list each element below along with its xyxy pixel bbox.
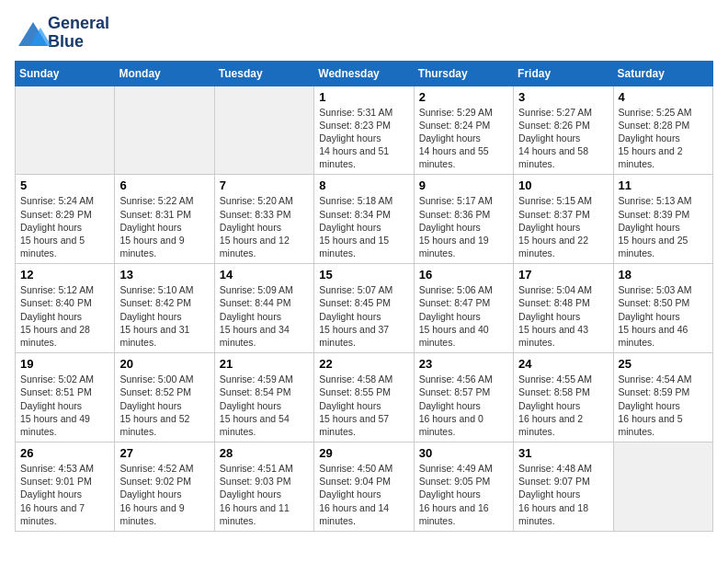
weekday-header: Monday	[115, 61, 214, 86]
daylight-label: Daylight hours	[119, 311, 181, 322]
sunrise-label: Sunrise: 5:04 AM	[518, 284, 592, 295]
sunrise-label: Sunrise: 5:00 AM	[119, 373, 193, 385]
sunrise-label: Sunrise: 5:27 AM	[518, 107, 592, 118]
weekday-header: Thursday	[414, 61, 513, 86]
day-number: 27	[119, 446, 209, 460]
daylight-label: Daylight hours	[419, 132, 481, 144]
daylight-label: Daylight hours	[619, 400, 680, 411]
day-info: Sunrise: 5:06 AM Sunset: 8:47 PM Dayligh…	[419, 283, 508, 349]
calendar-cell: 28 Sunrise: 4:51 AM Sunset: 9:03 PM Dayl…	[214, 442, 313, 532]
day-info: Sunrise: 5:04 AM Sunset: 8:48 PM Dayligh…	[518, 283, 608, 349]
daylight-label: Daylight hours	[20, 488, 82, 500]
day-info: Sunrise: 5:22 AM Sunset: 8:31 PM Dayligh…	[119, 194, 209, 259]
sunrise-label: Sunrise: 5:03 AM	[619, 284, 692, 295]
daylight-label: Daylight hours	[220, 311, 281, 322]
day-number: 17	[518, 268, 608, 282]
daylight-value: 16 hours and 18 minutes.	[518, 502, 588, 526]
daylight-value: 15 hours and 46 minutes.	[619, 324, 688, 348]
day-info: Sunrise: 5:31 AM Sunset: 8:23 PM Dayligh…	[319, 106, 408, 171]
sunrise-label: Sunrise: 5:18 AM	[319, 195, 392, 206]
day-number: 28	[220, 446, 309, 460]
calendar-cell: 9 Sunrise: 5:17 AM Sunset: 8:36 PM Dayli…	[414, 175, 513, 264]
daylight-value: 15 hours and 15 minutes.	[319, 235, 389, 259]
sunset-label: Sunset: 8:50 PM	[619, 297, 690, 308]
sunset-label: Sunset: 8:45 PM	[319, 297, 391, 308]
sunrise-label: Sunrise: 4:48 AM	[518, 463, 592, 474]
calendar-cell: 8 Sunrise: 5:18 AM Sunset: 8:34 PM Dayli…	[314, 175, 414, 264]
calendar-week-row: 5 Sunrise: 5:24 AM Sunset: 8:29 PM Dayli…	[16, 175, 713, 264]
logo: General Blue	[15, 15, 109, 52]
day-info: Sunrise: 5:03 AM Sunset: 8:50 PM Dayligh…	[619, 283, 708, 349]
day-info: Sunrise: 4:49 AM Sunset: 9:05 PM Dayligh…	[419, 462, 508, 527]
sunrise-label: Sunrise: 5:24 AM	[20, 195, 94, 206]
daylight-label: Daylight hours	[518, 311, 580, 322]
day-info: Sunrise: 4:59 AM Sunset: 8:54 PM Dayligh…	[220, 373, 309, 438]
daylight-label: Daylight hours	[220, 488, 281, 500]
daylight-label: Daylight hours	[619, 311, 680, 322]
sunrise-label: Sunrise: 4:59 AM	[220, 373, 293, 385]
sunrise-label: Sunrise: 4:58 AM	[319, 373, 392, 385]
sunset-label: Sunset: 8:24 PM	[419, 120, 491, 131]
daylight-value: 15 hours and 2 minutes.	[619, 145, 683, 169]
calendar-cell: 18 Sunrise: 5:03 AM Sunset: 8:50 PM Dayl…	[613, 264, 712, 353]
daylight-label: Daylight hours	[419, 488, 481, 500]
day-info: Sunrise: 4:56 AM Sunset: 8:57 PM Dayligh…	[419, 373, 508, 438]
day-number: 6	[119, 178, 209, 192]
sunset-label: Sunset: 8:37 PM	[518, 209, 590, 220]
day-number: 12	[20, 268, 109, 282]
calendar-cell: 20 Sunrise: 5:00 AM Sunset: 8:52 PM Dayl…	[115, 353, 214, 442]
day-info: Sunrise: 4:54 AM Sunset: 8:59 PM Dayligh…	[619, 373, 708, 438]
sunset-label: Sunset: 8:54 PM	[220, 386, 291, 397]
daylight-label: Daylight hours	[319, 132, 381, 144]
sunrise-label: Sunrise: 4:49 AM	[419, 463, 493, 474]
calendar-cell: 1 Sunrise: 5:31 AM Sunset: 8:23 PM Dayli…	[314, 86, 414, 175]
weekday-header: Friday	[514, 61, 613, 86]
day-number: 18	[619, 268, 708, 282]
day-number: 29	[319, 446, 408, 460]
day-info: Sunrise: 5:25 AM Sunset: 8:28 PM Dayligh…	[619, 106, 708, 171]
sunset-label: Sunset: 9:04 PM	[319, 476, 391, 487]
page-header: General Blue	[15, 15, 713, 52]
sunrise-label: Sunrise: 5:22 AM	[119, 195, 193, 206]
day-info: Sunrise: 4:58 AM Sunset: 8:55 PM Dayligh…	[319, 373, 408, 438]
daylight-label: Daylight hours	[119, 400, 181, 411]
sunset-label: Sunset: 8:29 PM	[20, 209, 92, 220]
day-info: Sunrise: 5:24 AM Sunset: 8:29 PM Dayligh…	[20, 194, 109, 259]
daylight-label: Daylight hours	[20, 222, 82, 233]
calendar-cell	[16, 86, 115, 175]
day-info: Sunrise: 5:17 AM Sunset: 8:36 PM Dayligh…	[419, 194, 508, 259]
day-number: 5	[20, 178, 109, 192]
sunset-label: Sunset: 8:58 PM	[518, 386, 590, 397]
daylight-value: 15 hours and 40 minutes.	[419, 324, 489, 348]
sunset-label: Sunset: 8:39 PM	[619, 209, 690, 220]
sunrise-label: Sunrise: 4:56 AM	[419, 373, 493, 385]
daylight-label: Daylight hours	[119, 222, 181, 233]
day-number: 1	[319, 90, 408, 104]
day-number: 3	[518, 90, 608, 104]
sunrise-label: Sunrise: 5:02 AM	[20, 373, 94, 385]
daylight-label: Daylight hours	[518, 222, 580, 233]
daylight-value: 15 hours and 25 minutes.	[619, 235, 688, 259]
calendar-cell: 3 Sunrise: 5:27 AM Sunset: 8:26 PM Dayli…	[514, 86, 613, 175]
sunset-label: Sunset: 8:51 PM	[20, 386, 92, 397]
sunset-label: Sunset: 8:28 PM	[619, 120, 690, 131]
day-info: Sunrise: 4:48 AM Sunset: 9:07 PM Dayligh…	[518, 462, 608, 527]
daylight-value: 16 hours and 7 minutes.	[20, 502, 85, 526]
day-number: 24	[518, 357, 608, 371]
calendar-week-row: 1 Sunrise: 5:31 AM Sunset: 8:23 PM Dayli…	[16, 86, 713, 175]
calendar-cell: 13 Sunrise: 5:10 AM Sunset: 8:42 PM Dayl…	[115, 264, 214, 353]
day-info: Sunrise: 5:10 AM Sunset: 8:42 PM Dayligh…	[119, 283, 209, 349]
daylight-value: 15 hours and 5 minutes.	[20, 235, 85, 259]
daylight-value: 15 hours and 12 minutes.	[220, 235, 290, 259]
day-number: 30	[419, 446, 508, 460]
logo-text: General Blue	[48, 15, 109, 52]
calendar-cell: 30 Sunrise: 4:49 AM Sunset: 9:05 PM Dayl…	[414, 442, 513, 532]
day-number: 20	[119, 357, 209, 371]
daylight-label: Daylight hours	[20, 311, 82, 322]
daylight-label: Daylight hours	[518, 488, 580, 500]
day-number: 22	[319, 357, 408, 371]
sunset-label: Sunset: 9:01 PM	[20, 476, 92, 487]
calendar-cell: 26 Sunrise: 4:53 AM Sunset: 9:01 PM Dayl…	[16, 442, 115, 532]
daylight-label: Daylight hours	[518, 400, 580, 411]
day-number: 11	[619, 178, 708, 192]
